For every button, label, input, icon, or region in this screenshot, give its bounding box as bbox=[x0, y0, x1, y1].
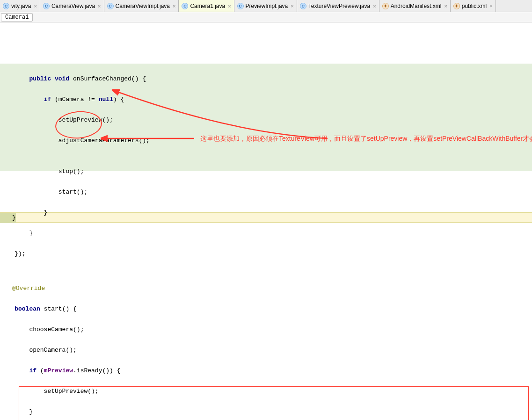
code-block-2: @Override boolean start() { chooseCamera… bbox=[0, 264, 532, 420]
close-icon[interactable]: × bbox=[489, 3, 492, 9]
java-icon: C bbox=[3, 3, 9, 9]
tab-previewimpl[interactable]: CPreviewImpl.java× bbox=[234, 0, 297, 12]
java-icon: C bbox=[182, 3, 188, 9]
tab-cameraviewimpl[interactable]: CCameraViewImpl.java× bbox=[104, 0, 179, 12]
java-icon: C bbox=[237, 3, 244, 9]
close-icon[interactable]: × bbox=[98, 3, 101, 9]
xml-icon: ✦ bbox=[453, 3, 460, 9]
code-block-1: public void onSurfaceChanged() { if (mCa… bbox=[0, 64, 532, 171]
breadcrumb: Camera1 bbox=[0, 12, 532, 22]
tab-textureviewpreview[interactable]: CTextureViewPreview.java× bbox=[297, 0, 379, 12]
tab-cameraview[interactable]: CCameraView.java× bbox=[40, 0, 104, 12]
tab-public[interactable]: ✦public.xml× bbox=[451, 0, 496, 12]
java-icon: C bbox=[300, 3, 306, 9]
code-editor[interactable]: public void onSurfaceChanged() { if (mCa… bbox=[0, 22, 532, 420]
java-icon: C bbox=[107, 3, 114, 9]
breadcrumb-class[interactable]: Camera1 bbox=[1, 13, 33, 22]
tab-vity[interactable]: Cvity.java× bbox=[0, 0, 40, 12]
java-icon: C bbox=[43, 3, 50, 9]
close-icon[interactable]: × bbox=[373, 3, 376, 9]
tab-androidmanifest[interactable]: ✦AndroidManifest.xml× bbox=[379, 0, 451, 12]
close-icon[interactable]: × bbox=[228, 3, 231, 9]
close-icon[interactable]: × bbox=[444, 3, 447, 9]
close-icon[interactable]: × bbox=[34, 3, 36, 9]
tab-bar: Cvity.java× CCameraView.java× CCameraVie… bbox=[0, 0, 532, 12]
annotation-text-1: 这里也要添加，原因必须在TextureView可用，而且设置了setUpPrev… bbox=[200, 134, 528, 143]
close-icon[interactable]: × bbox=[173, 3, 175, 9]
xml-icon: ✦ bbox=[382, 3, 389, 9]
close-icon[interactable]: × bbox=[291, 3, 293, 9]
tab-camera1[interactable]: CCamera1.java× bbox=[179, 0, 234, 12]
